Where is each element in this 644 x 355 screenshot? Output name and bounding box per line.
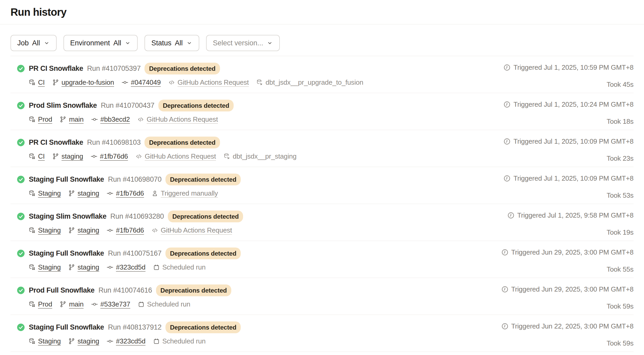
run-meta-line: CI upgrade-to-fusion [29, 78, 363, 87]
branch-link[interactable]: staging [78, 263, 99, 271]
trigger-meta: GitHub Actions Request [136, 152, 216, 160]
environment-meta: Staging [29, 337, 61, 345]
run-row[interactable]: Staging Full Snowflake Run #408137912 De… [10, 315, 634, 352]
clock-icon [503, 175, 511, 182]
run-row[interactable]: Prod Slim Snowflake Run #410700437 Depre… [10, 93, 634, 130]
commit-link[interactable]: #0474049 [131, 78, 161, 87]
trigger-text: GitHub Actions Request [145, 152, 216, 160]
git-commit-icon [91, 301, 98, 308]
git-commit-icon [107, 227, 113, 234]
run-number: Run #410705397 [87, 64, 141, 73]
job-name-link[interactable]: Staging Full Snowflake [29, 175, 104, 184]
commit-link[interactable]: #1fb76d6 [116, 189, 144, 197]
success-check-icon [17, 138, 25, 147]
version-filter-placeholder: Select version... [213, 39, 263, 47]
run-row[interactable]: Staging Full Snowflake Run #410075167 De… [10, 241, 634, 278]
environment-link[interactable]: Prod [38, 300, 52, 308]
trigger-text: GitHub Actions Request [178, 78, 249, 87]
commit-link[interactable]: #1fb76d6 [116, 226, 144, 234]
triggered-timestamp: Triggered Jul 1, 2025, 9:58 PM GMT+8 [507, 211, 634, 219]
run-number: Run #410075167 [108, 249, 162, 257]
deprecations-badge: Deprecations detected [165, 321, 241, 333]
run-title-line: PR CI Snowflake Run #410705397 Deprecati… [17, 63, 363, 74]
page-title: Run history [10, 6, 634, 18]
trigger-meta: Scheduled run [153, 263, 206, 271]
run-meta-line: Staging staging [29, 337, 241, 345]
database-grid-icon [29, 116, 35, 123]
job-name-link[interactable]: Staging Full Snowflake [29, 249, 104, 257]
branch-meta: staging [68, 337, 99, 345]
commit-meta: #1fb76d6 [107, 189, 144, 197]
environment-link[interactable]: Staging [38, 337, 61, 345]
environment-link[interactable]: Staging [38, 226, 61, 234]
triggered-timestamp: Triggered Jun 29, 2025, 3:00 PM GMT+8 [501, 248, 634, 256]
trigger-meta: Scheduled run [138, 300, 190, 308]
branch-meta: staging [68, 226, 99, 234]
run-row[interactable]: Staging Slim Snowflake Run #410693280 De… [10, 204, 634, 241]
commit-link[interactable]: #1fb76d6 [100, 152, 128, 160]
branch-link[interactable]: staging [62, 152, 83, 160]
environment-link[interactable]: Prod [38, 115, 52, 123]
job-name-link[interactable]: Staging Full Snowflake [29, 323, 104, 331]
environment-link[interactable]: CI [38, 78, 45, 87]
git-commit-icon [122, 79, 128, 86]
deprecations-badge: Deprecations detected [168, 211, 243, 222]
job-name-link[interactable]: Staging Slim Snowflake [29, 212, 106, 220]
run-meta-line: Prod main [29, 115, 234, 123]
run-row[interactable]: Staging Full Snowflake Run #410698070 De… [10, 167, 634, 204]
git-commit-icon [91, 153, 97, 160]
run-row[interactable]: PR CI Snowflake Run #410698103 Deprecati… [10, 130, 634, 167]
run-number: Run #410698070 [108, 175, 162, 184]
commit-link[interactable]: #323cd5d [116, 263, 146, 271]
trigger-text: GitHub Actions Request [147, 115, 218, 123]
environment-link[interactable]: Staging [38, 263, 61, 271]
environment-filter-dropdown[interactable]: Environment All [63, 35, 138, 51]
branch-link[interactable]: staging [78, 189, 99, 197]
deprecations-badge: Deprecations detected [158, 100, 234, 111]
branch-meta: staging [68, 189, 99, 197]
status-filter-dropdown[interactable]: Status All [144, 35, 199, 51]
success-check-icon [17, 101, 25, 110]
run-meta-line: Staging staging [29, 263, 241, 271]
branch-meta: main [60, 300, 84, 308]
job-filter-value: All [32, 39, 40, 47]
run-row[interactable]: Prod Full Snowflake Run #410074616 Depre… [10, 278, 634, 315]
environment-meta: Prod [29, 115, 52, 123]
branch-link[interactable]: staging [78, 337, 99, 345]
branch-link[interactable]: main [69, 300, 84, 308]
database-grid-icon [29, 301, 35, 308]
trigger-text: Scheduled run [162, 263, 206, 271]
calendar-icon [153, 338, 160, 345]
job-filter-dropdown[interactable]: Job All [10, 35, 57, 51]
deprecations-badge: Deprecations detected [144, 137, 220, 148]
job-name-link[interactable]: PR CI Snowflake [29, 138, 83, 147]
duration-text: Took 18s [607, 117, 634, 126]
commit-link[interactable]: #323cd5d [116, 337, 146, 345]
database-grid-icon [29, 227, 35, 234]
branch-link[interactable]: main [69, 115, 84, 123]
environment-link[interactable]: CI [38, 152, 45, 160]
environment-link[interactable]: Staging [38, 189, 61, 197]
run-row[interactable]: PR CI Snowflake Run #410705397 Deprecati… [10, 56, 634, 93]
job-name-link[interactable]: Prod Slim Snowflake [29, 101, 97, 110]
commit-link[interactable]: #bb3ecd2 [100, 115, 130, 123]
triggered-timestamp: Triggered Jul 1, 2025, 10:59 PM GMT+8 [503, 63, 634, 72]
job-name-link[interactable]: Prod Full Snowflake [29, 286, 94, 294]
status-filter-label: Status [151, 39, 171, 47]
run-history-page: Run history Job All Environment All Stat… [0, 0, 644, 355]
triggered-text: Triggered Jun 22, 2025, 3:00 PM GMT+8 [511, 322, 634, 330]
chevron-down-icon [267, 40, 273, 46]
branch-link[interactable]: upgrade-to-fusion [62, 78, 114, 87]
success-check-icon [17, 175, 25, 184]
commit-link[interactable]: #533e737 [100, 300, 130, 308]
environment-meta: CI [29, 78, 45, 87]
job-name-link[interactable]: PR CI Snowflake [29, 64, 83, 73]
schema-item: dbt_jsdx__pr_upgrade_to_fusion [256, 78, 363, 87]
environment-filter-value: All [113, 39, 121, 47]
environment-filter-label: Environment [70, 39, 110, 47]
branch-link[interactable]: staging [78, 226, 99, 234]
run-meta-line: Staging staging [29, 226, 243, 234]
code-icon [136, 153, 142, 160]
version-filter-dropdown[interactable]: Select version... [206, 35, 280, 51]
database-grid-icon [29, 338, 35, 345]
